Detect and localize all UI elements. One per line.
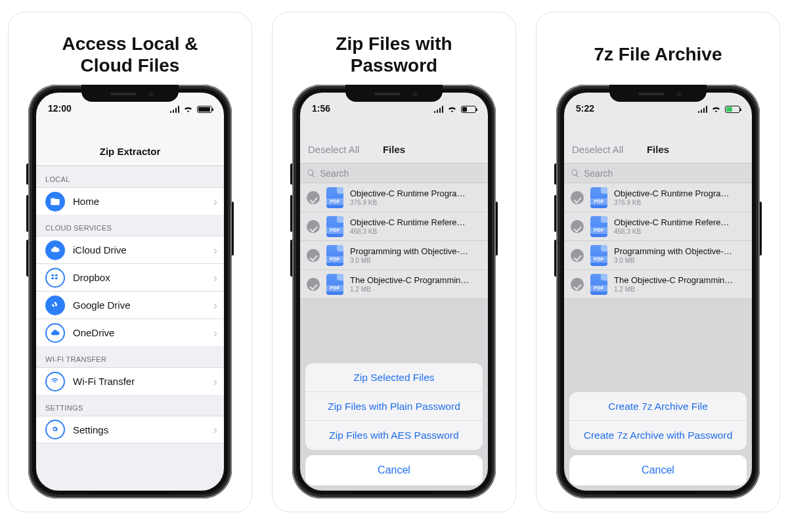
checkmark-icon[interactable] xyxy=(571,278,584,291)
gdrive-icon xyxy=(45,296,65,315)
pdf-file-icon xyxy=(326,274,343,295)
file-name: The Objective-C Programming Lan… xyxy=(614,275,733,285)
device-screen: 12:00 Zip Extractor LOCAL xyxy=(36,93,224,491)
pdf-file-icon xyxy=(326,216,343,237)
dropbox-icon xyxy=(45,268,65,288)
checkmark-icon[interactable] xyxy=(571,249,584,262)
file-size: 3.0 MB xyxy=(614,257,733,264)
file-size: 1.2 MB xyxy=(614,286,733,293)
checkmark-icon[interactable] xyxy=(571,220,584,233)
promo-title: Zip Files with Password xyxy=(336,24,452,85)
battery-icon xyxy=(197,106,212,113)
file-size: 458.3 KB xyxy=(614,228,733,235)
notch xyxy=(609,85,707,102)
file-row[interactable]: Programming with Objective-C.pdf3.0 MB xyxy=(300,241,488,270)
chevron-right-icon: › xyxy=(213,194,217,209)
file-row[interactable]: The Objective-C Programming Lan…1.2 MB xyxy=(564,270,752,299)
promo-title: 7z File Archive xyxy=(594,24,722,85)
file-name: Objective-C Runtime Reference.pdf xyxy=(350,217,470,227)
nav-bar: Deselect All Files xyxy=(300,115,488,164)
file-row[interactable]: Objective-C Runtime Reference.pdf458.3 K… xyxy=(300,212,488,241)
settings-list[interactable]: LOCAL Home › CLOUD SERVICES iCloud Dri xyxy=(36,166,224,491)
file-row[interactable]: Objective-C Runtime Reference.pdf458.3 K… xyxy=(564,212,752,241)
pdf-file-icon xyxy=(326,245,343,266)
checkmark-icon[interactable] xyxy=(307,220,320,233)
row-onedrive[interactable]: OneDrive › xyxy=(36,319,224,346)
checkmark-icon[interactable] xyxy=(307,191,320,204)
chevron-right-icon: › xyxy=(213,326,217,340)
search-input[interactable]: Search xyxy=(564,164,752,183)
file-name: Objective-C Runtime Programmin… xyxy=(614,188,733,198)
device-frame: 1:56 Deselect All Files S xyxy=(292,85,496,499)
file-size: 376.9 KB xyxy=(350,199,470,206)
row-settings[interactable]: Settings › xyxy=(36,416,224,443)
nav-bar: Deselect All Files xyxy=(564,115,752,164)
row-label: Dropbox xyxy=(73,272,213,283)
file-list[interactable]: Objective-C Runtime Programmin…376.9 KBO… xyxy=(300,183,488,299)
section-header-local: LOCAL xyxy=(36,166,224,187)
file-row[interactable]: The Objective-C Programming Lan…1.2 MB xyxy=(300,270,488,299)
pdf-file-icon xyxy=(590,245,607,266)
pdf-file-icon xyxy=(590,216,607,237)
row-gdrive[interactable]: Google Drive › xyxy=(36,291,224,319)
chevron-right-icon: › xyxy=(213,374,217,389)
file-name: Objective-C Runtime Reference.pdf xyxy=(614,217,733,227)
nav-title: Files xyxy=(300,144,488,155)
chevron-right-icon: › xyxy=(213,298,217,313)
action-sheet-item[interactable]: Create 7z Archive with Password xyxy=(569,421,747,450)
search-icon xyxy=(571,169,580,178)
file-name: Programming with Objective-C.pdf xyxy=(350,246,470,256)
search-placeholder: Search xyxy=(584,168,613,179)
file-size: 376.9 KB xyxy=(614,199,733,206)
file-name: Programming with Objective-C.pdf xyxy=(614,246,733,256)
row-label: Home xyxy=(73,196,213,207)
checkmark-icon[interactable] xyxy=(571,191,584,204)
signal-icon xyxy=(698,106,708,113)
status-time: 5:22 xyxy=(576,103,594,114)
row-home[interactable]: Home › xyxy=(36,187,224,215)
home-indicator[interactable] xyxy=(619,491,697,495)
file-list[interactable]: Objective-C Runtime Programmin…376.9 KBO… xyxy=(564,183,752,299)
file-row[interactable]: Objective-C Runtime Programmin…376.9 KB xyxy=(300,183,488,212)
cancel-button[interactable]: Cancel xyxy=(305,455,483,485)
home-indicator[interactable] xyxy=(355,491,433,495)
search-input[interactable]: Search xyxy=(300,164,488,183)
promo-card-1: Access Local & Cloud Files 12:00 Zip Ext… xyxy=(8,12,252,512)
row-label: Wi-Fi Transfer xyxy=(73,376,213,387)
signal-icon xyxy=(434,106,444,113)
file-row[interactable]: Objective-C Runtime Programmin…376.9 KB xyxy=(564,183,752,212)
action-sheet-item[interactable]: Zip Selected Files xyxy=(305,363,483,392)
checkmark-icon[interactable] xyxy=(307,249,320,262)
action-sheet: Zip Selected FilesZip Files with Plain P… xyxy=(305,363,483,485)
section-header-wifi: WI-FI TRANSFER xyxy=(36,346,224,367)
cancel-button[interactable]: Cancel xyxy=(569,455,747,485)
promo-card-2: Zip Files with Password 1:56 Deselec xyxy=(272,12,516,512)
battery-icon xyxy=(725,106,740,113)
action-sheet-item[interactable]: Zip Files with AES Password xyxy=(305,421,483,450)
row-wifi-transfer[interactable]: Wi-Fi Transfer › xyxy=(36,367,224,395)
action-sheet: Create 7z Archive FileCreate 7z Archive … xyxy=(569,392,747,485)
search-placeholder: Search xyxy=(320,168,349,179)
row-icloud[interactable]: iCloud Drive › xyxy=(36,236,224,263)
device-frame: 5:22 Deselect All Files S xyxy=(556,85,760,499)
action-sheet-item[interactable]: Zip Files with Plain Password xyxy=(305,392,483,421)
nav-title: Files xyxy=(564,144,752,155)
row-dropbox[interactable]: Dropbox › xyxy=(36,263,224,291)
row-label: OneDrive xyxy=(73,327,213,338)
section-header-settings: SETTINGS xyxy=(36,395,224,416)
row-label: Google Drive xyxy=(73,299,213,311)
promo-title: Access Local & Cloud Files xyxy=(62,24,198,85)
device-screen: 5:22 Deselect All Files S xyxy=(564,93,752,491)
notch xyxy=(81,85,179,102)
action-sheet-item[interactable]: Create 7z Archive File xyxy=(569,392,747,421)
file-size: 458.3 KB xyxy=(350,228,470,235)
file-name: Objective-C Runtime Programmin… xyxy=(350,188,470,198)
promo-card-3: 7z File Archive 5:22 Deselect All xyxy=(536,12,780,512)
file-row[interactable]: Programming with Objective-C.pdf3.0 MB xyxy=(564,241,752,270)
home-indicator[interactable] xyxy=(91,491,169,495)
notch xyxy=(345,85,443,102)
device-screen: 1:56 Deselect All Files S xyxy=(300,93,488,491)
pdf-file-icon xyxy=(326,187,343,208)
checkmark-icon[interactable] xyxy=(307,278,320,291)
nav-title: Zip Extractor xyxy=(36,146,224,157)
